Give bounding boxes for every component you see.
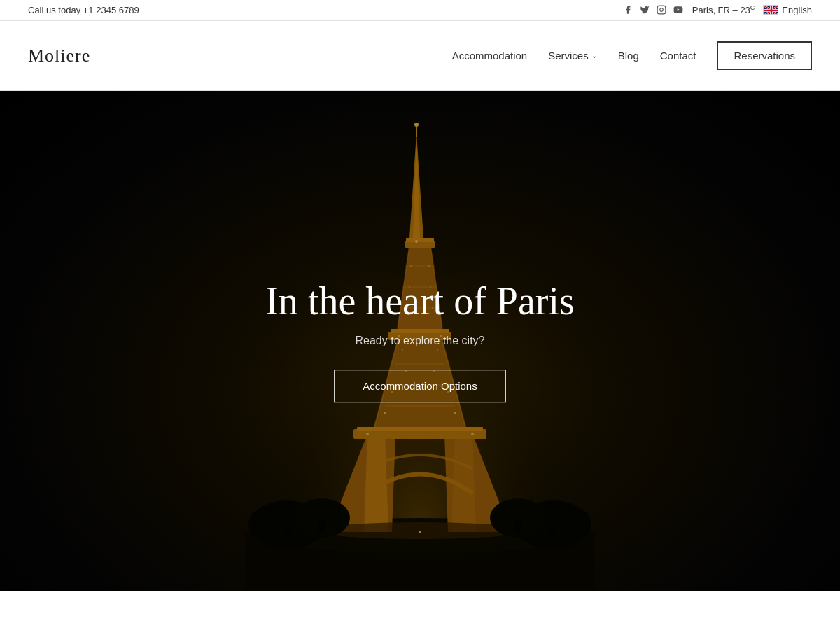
instagram-icon[interactable] [656,4,667,15]
navigation: Accommodation Services ⌄ Blog Contact Re… [452,41,812,70]
header: Moliere Accommodation Services ⌄ Blog Co… [0,21,840,91]
top-bar-right: Paris, FR – 23C English [622,4,812,15]
nav-contact[interactable]: Contact [660,50,696,62]
reservations-button[interactable]: Reservations [717,41,812,70]
hero-section: In the heart of Paris Ready to explore t… [0,91,840,591]
logo[interactable]: Moliere [28,46,90,66]
language-label: English [782,5,812,15]
language-selector[interactable]: English [763,5,812,15]
social-icons [622,4,684,15]
services-dropdown-arrow: ⌄ [592,52,597,59]
hero-subtitle: Ready to explore the city? [175,335,665,348]
weather-display: Paris, FR – 23C [692,4,755,15]
facebook-icon[interactable] [622,4,634,15]
twitter-icon[interactable] [639,4,650,15]
nav-services[interactable]: Services ⌄ [548,50,597,62]
youtube-icon[interactable] [673,4,684,15]
svg-rect-0 [657,6,666,15]
flag-icon [763,5,778,15]
nav-accommodation[interactable]: Accommodation [452,50,528,62]
hero-content: In the heart of Paris Ready to explore t… [175,279,665,402]
nav-blog[interactable]: Blog [618,50,639,62]
hero-cta-button[interactable]: Accommodation Options [334,370,505,403]
phone-label: Call us today +1 2345 6789 [28,5,139,15]
top-bar: Call us today +1 2345 6789 Paris, FR – 2… [0,0,840,21]
hero-title: In the heart of Paris [175,279,665,323]
